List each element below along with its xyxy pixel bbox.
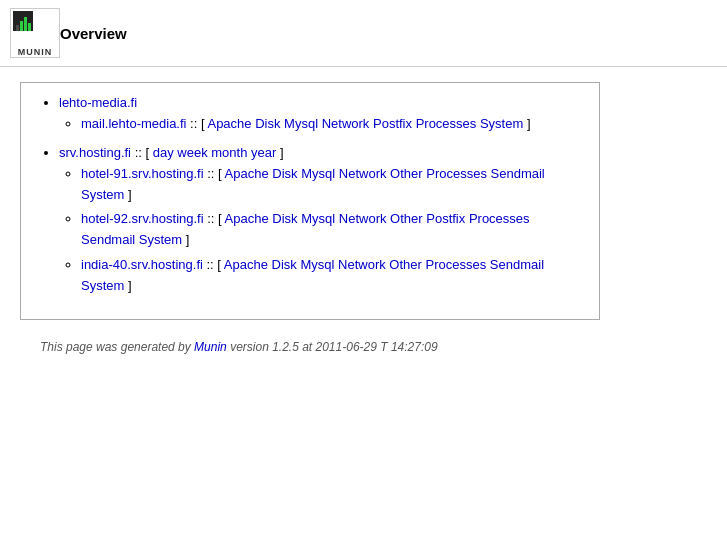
category-link-apache[interactable]: Apache [225, 211, 269, 226]
category-link-sendmail[interactable]: Sendmail [491, 166, 545, 181]
main-content: lehto-media.fimail.lehto-media.fi :: [ A… [0, 67, 727, 373]
category-link-processes[interactable]: Processes [426, 166, 487, 181]
category-link-disk[interactable]: Disk [272, 166, 297, 181]
category-link-sendmail[interactable]: Sendmail [81, 232, 135, 247]
time-link-day[interactable]: day [153, 145, 174, 160]
svg-rect-3 [24, 17, 27, 31]
host-item: mail.lehto-media.fi :: [ Apache Disk Mys… [81, 114, 583, 135]
category-link-postfix[interactable]: Postfix [373, 116, 412, 131]
group-list: lehto-media.fimail.lehto-media.fi :: [ A… [37, 95, 583, 297]
category-link-disk[interactable]: Disk [272, 257, 297, 272]
category-link-network[interactable]: Network [339, 166, 387, 181]
host-link[interactable]: hotel-91.srv.hosting.fi [81, 166, 204, 181]
time-link-month[interactable]: month [211, 145, 247, 160]
footer-prefix: This page was generated by [40, 340, 194, 354]
category-link-system[interactable]: System [81, 187, 124, 202]
category-link-apache[interactable]: Apache [224, 257, 268, 272]
category-link-disk[interactable]: Disk [272, 211, 297, 226]
page-title: Overview [60, 25, 127, 42]
group-link-lehto-media[interactable]: lehto-media.fi [59, 95, 137, 110]
host-link[interactable]: india-40.srv.hosting.fi [81, 257, 203, 272]
category-link-apache[interactable]: Apache [207, 116, 251, 131]
category-link-mysql[interactable]: Mysql [284, 116, 318, 131]
host-link[interactable]: mail.lehto-media.fi [81, 116, 187, 131]
page-header: MUNIN Overview [0, 0, 727, 67]
host-list-srv-hosting: hotel-91.srv.hosting.fi :: [ Apache Disk… [59, 164, 583, 297]
category-link-disk[interactable]: Disk [255, 116, 280, 131]
category-link-other[interactable]: Other [389, 257, 422, 272]
category-link-sendmail[interactable]: Sendmail [490, 257, 544, 272]
host-list-lehto-media: mail.lehto-media.fi :: [ Apache Disk Mys… [59, 114, 583, 135]
category-link-apache[interactable]: Apache [225, 166, 269, 181]
category-link-processes[interactable]: Processes [469, 211, 530, 226]
category-link-mysql[interactable]: Mysql [301, 166, 335, 181]
category-link-mysql[interactable]: Mysql [300, 257, 334, 272]
overview-box: lehto-media.fimail.lehto-media.fi :: [ A… [20, 82, 600, 320]
category-link-system[interactable]: System [480, 116, 523, 131]
category-link-processes[interactable]: Processes [416, 116, 477, 131]
category-link-system[interactable]: System [139, 232, 182, 247]
host-item: hotel-91.srv.hosting.fi :: [ Apache Disk… [81, 164, 583, 206]
category-link-system[interactable]: System [81, 278, 124, 293]
category-link-network[interactable]: Network [338, 257, 386, 272]
munin-logo: MUNIN [10, 8, 60, 58]
category-link-postfix[interactable]: Postfix [426, 211, 465, 226]
category-link-processes[interactable]: Processes [426, 257, 487, 272]
host-item: india-40.srv.hosting.fi :: [ Apache Disk… [81, 255, 583, 297]
category-link-mysql[interactable]: Mysql [301, 211, 335, 226]
category-link-other[interactable]: Other [390, 166, 423, 181]
svg-rect-4 [28, 23, 31, 31]
time-link-week[interactable]: week [177, 145, 207, 160]
category-link-network[interactable]: Network [339, 211, 387, 226]
host-link[interactable]: hotel-92.srv.hosting.fi [81, 211, 204, 226]
category-link-other[interactable]: Other [390, 211, 423, 226]
footer: This page was generated by Munin version… [20, 336, 707, 358]
group-link-srv-hosting[interactable]: srv.hosting.fi [59, 145, 131, 160]
svg-rect-1 [16, 25, 19, 31]
svg-rect-2 [20, 21, 23, 31]
host-item: hotel-92.srv.hosting.fi :: [ Apache Disk… [81, 209, 583, 251]
munin-link[interactable]: Munin [194, 340, 227, 354]
category-link-network[interactable]: Network [322, 116, 370, 131]
group-item-srv-hosting: srv.hosting.fi :: [ day week month year … [59, 145, 583, 297]
time-link-year[interactable]: year [251, 145, 276, 160]
footer-suffix: version 1.2.5 at 2011-06-29 T 14:27:09 [227, 340, 438, 354]
group-item-lehto-media: lehto-media.fimail.lehto-media.fi :: [ A… [59, 95, 583, 135]
logo-text: MUNIN [18, 47, 53, 57]
